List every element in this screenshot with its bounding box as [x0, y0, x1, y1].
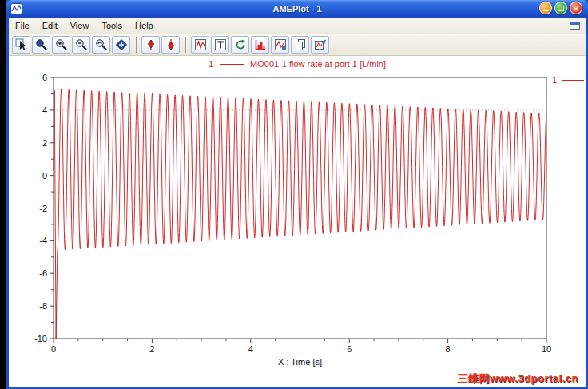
svg-text:2: 2: [149, 344, 154, 354]
maximize-button[interactable]: [554, 2, 567, 14]
menu-file[interactable]: File: [9, 18, 36, 33]
legend-label: MO001-1 flow rate at port 1 [L/min]: [250, 59, 386, 69]
window-title: AMEPlot - 1: [6, 4, 588, 14]
menubar: File Edit View Tools Help: [9, 18, 586, 34]
dock-window-icon[interactable]: [569, 20, 582, 31]
cursor-marker-b-icon: [164, 38, 178, 52]
plot-canvas[interactable]: 02468106420-2-4-6-8-10X : Time [s]: [9, 56, 586, 387]
svg-text:4: 4: [42, 105, 47, 115]
menu-help[interactable]: Help: [129, 18, 160, 33]
select-pointer-button[interactable]: [12, 36, 30, 54]
curve-style-icon: [273, 38, 288, 52]
zoom-in-icon: [54, 38, 69, 52]
add-text-icon: [213, 38, 228, 52]
zoom-window-button[interactable]: [32, 36, 50, 54]
cursor-marker-a-icon: [144, 38, 158, 52]
minimize-icon: [543, 10, 549, 11]
menu-edit[interactable]: Edit: [36, 18, 64, 33]
svg-text:4: 4: [248, 344, 253, 354]
copy-button[interactable]: [291, 36, 309, 54]
svg-text:X : Time [s]: X : Time [s]: [278, 357, 322, 367]
cursor-marker-a-button[interactable]: [141, 36, 160, 54]
window-controls: [539, 2, 582, 14]
fit-view-button[interactable]: [112, 36, 130, 54]
curve-end-line: [562, 80, 584, 81]
svg-text:6: 6: [347, 344, 352, 354]
legend-line-sample: [220, 64, 244, 65]
minimize-button[interactable]: [539, 2, 552, 14]
legend-series-number: 1: [209, 59, 213, 69]
close-icon: [574, 1, 578, 15]
watermark: 三维网www.3dportal.cn: [457, 371, 578, 386]
copy-icon: [293, 38, 308, 52]
zoom-in-button[interactable]: [52, 36, 70, 54]
zoom-window-icon: [34, 38, 49, 52]
curve-style-button[interactable]: [271, 36, 289, 54]
svg-text:8: 8: [446, 344, 451, 354]
svg-text:10: 10: [542, 344, 551, 354]
curve-end-number: 1: [552, 75, 557, 85]
cursor-marker-b-button[interactable]: [161, 36, 180, 54]
svg-text:-10: -10: [34, 334, 47, 343]
svg-text:-4: -4: [39, 236, 47, 245]
zoom-reset-icon: [94, 38, 109, 52]
new-plot-icon: [193, 38, 208, 52]
select-pointer-icon: [14, 38, 29, 52]
ameplot-window: AMEPlot - 1 File Edit View Tools Help: [6, 0, 588, 389]
curve-end-marker: 1: [552, 75, 584, 85]
titlebar[interactable]: AMEPlot - 1: [6, 0, 588, 18]
maximize-icon: [558, 6, 564, 11]
fit-view-icon: [114, 38, 129, 52]
export-plot-icon: [313, 38, 328, 52]
replot-button[interactable]: [231, 36, 249, 54]
replot-icon: [233, 38, 248, 52]
add-text-button[interactable]: [211, 36, 229, 54]
zoom-out-button[interactable]: [72, 36, 90, 54]
svg-text:0: 0: [51, 344, 56, 354]
svg-text:-2: -2: [39, 204, 47, 213]
bar-chart-icon: [253, 38, 268, 52]
svg-text:-6: -6: [39, 268, 47, 278]
toolbar: [9, 34, 586, 56]
zoom-out-icon: [74, 38, 89, 52]
plot-legend: 1MO001-1 flow rate at port 1 [L/min]: [9, 59, 586, 69]
close-button[interactable]: [570, 2, 582, 14]
bar-chart-button[interactable]: [251, 36, 269, 54]
toolbar-separator: [136, 37, 137, 53]
menu-view[interactable]: View: [64, 18, 96, 33]
svg-text:2: 2: [42, 138, 47, 148]
svg-text:0: 0: [42, 171, 47, 181]
new-plot-button[interactable]: [191, 36, 209, 54]
svg-text:-8: -8: [39, 301, 47, 311]
plot-client-area[interactable]: 1MO001-1 flow rate at port 1 [L/min] 1 0…: [9, 56, 586, 387]
svg-text:6: 6: [42, 73, 47, 82]
toolbar-separator: [185, 37, 187, 53]
export-plot-button[interactable]: [311, 36, 329, 54]
menu-tools[interactable]: Tools: [95, 18, 129, 33]
zoom-reset-button[interactable]: [92, 36, 110, 54]
